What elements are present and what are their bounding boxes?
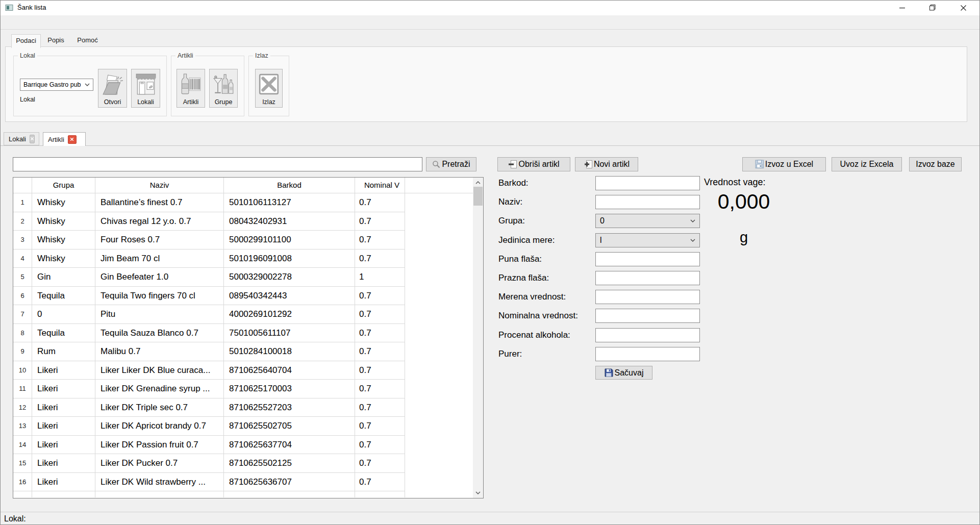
izlaz-button-label: Izlaz <box>262 98 275 106</box>
table-row[interactable]: 11LikeriLiker DK Grenadine syrup ...8710… <box>13 380 483 398</box>
table-header-nominal[interactable]: Nominal V <box>355 178 405 193</box>
cell-barkod: 8710625637704 <box>224 436 355 455</box>
doc-tab-lokali-label: Lokali <box>9 135 26 143</box>
table-row[interactable]: 13LikeriLiker DK Apricot brandy 0.787106… <box>13 417 483 436</box>
form-label: Prazna flaša: <box>498 271 549 285</box>
table-row[interactable]: 5GinGin Beefeater 1.050003290022781 <box>13 268 483 287</box>
table-header-barkod[interactable]: Barkod <box>224 178 355 193</box>
table-row[interactable]: 1WhiskyBallantine’s finest 0.75010106113… <box>13 193 483 212</box>
table-scrollbar[interactable] <box>473 178 483 498</box>
cell-barkod: 5010106113127 <box>224 193 355 212</box>
cell-grupa: Likeri <box>32 436 95 455</box>
form-input[interactable] <box>595 347 700 361</box>
search-button[interactable]: Pretraži <box>426 157 476 171</box>
cell-nominal: 0.7 <box>355 324 405 343</box>
form-input[interactable] <box>595 252 700 266</box>
ribbon-tab-popis[interactable]: Popis <box>42 34 70 46</box>
table-row[interactable]: 3WhiskyFour Roses 0.750002991011000.7 <box>13 231 483 249</box>
artikli-button[interactable]: Artikli <box>177 69 205 108</box>
scroll-down-icon[interactable] <box>473 488 483 497</box>
table-row[interactable]: 14LikeriLiker DK Passion fruit 0.7871062… <box>13 436 483 455</box>
row-number-cell: 6 <box>13 287 32 306</box>
row-number-cell: 11 <box>13 380 32 398</box>
form-input[interactable] <box>595 328 700 342</box>
cell-barkod: 8710625502125 <box>224 454 355 473</box>
form-label: Puna flaša: <box>498 252 542 266</box>
table-row-empty <box>13 491 483 497</box>
scrollbar-thumb[interactable] <box>473 187 483 206</box>
bottle-barcode-icon <box>180 69 202 98</box>
minimize-icon <box>899 5 905 11</box>
save-excel-icon <box>755 160 764 169</box>
izlaz-button[interactable]: Izlaz <box>255 69 283 108</box>
otvori-button[interactable]: Otvori <box>98 69 127 108</box>
search-icon <box>432 160 441 169</box>
close-button[interactable] <box>951 0 975 15</box>
cell-naziv: Malibu 0.7 <box>95 342 224 361</box>
table-row[interactable]: 16LikeriLiker DK Wild strawberry ...8710… <box>13 473 483 492</box>
cell-naziv: Liker DK Pucker 0.7 <box>95 454 224 473</box>
scroll-up-icon[interactable] <box>473 178 483 187</box>
export-database-button[interactable]: Izvoz baze <box>909 157 962 171</box>
table-row[interactable]: 6TequilaTequila Two fingers 70 cl0895403… <box>13 287 483 306</box>
search-input[interactable] <box>13 157 422 171</box>
ribbon-group-lokal: Lokal Barrique Gastro pub Lokal Otvori <box>13 56 167 116</box>
row-number-cell: 4 <box>13 249 32 268</box>
open-folder-icon <box>102 69 123 98</box>
ribbon: Lokal Barrique Gastro pub Lokal Otvori <box>5 46 967 122</box>
cell-grupa: Likeri <box>32 361 95 380</box>
cell-barkod: 8710625170003 <box>224 380 355 398</box>
cell-barkod: 5010196091008 <box>224 249 355 268</box>
form-input[interactable] <box>595 195 700 209</box>
table-header-rownum[interactable] <box>13 178 32 193</box>
minimize-button[interactable] <box>890 0 914 15</box>
cell-naziv: Four Roses 0.7 <box>95 231 224 249</box>
table-row[interactable]: 12LikeriLiker DK Triple sec 0.7871062552… <box>13 398 483 417</box>
table-row[interactable]: 4WhiskyJim Beam 70 cl50101960910080.7 <box>13 249 483 268</box>
doc-tab-artikli-close-icon[interactable] <box>68 135 77 144</box>
form-select-value: l <box>600 236 602 245</box>
table-row[interactable]: 2WhiskyChivas regal 12 y.o. 0.7080432402… <box>13 212 483 231</box>
delete-article-button[interactable]: Obriši artikl <box>497 157 570 171</box>
lokali-button[interactable]: Lokali <box>131 69 160 108</box>
export-excel-button[interactable]: Izvoz u Excel <box>742 157 826 171</box>
form-select[interactable]: l <box>595 233 700 247</box>
form-select[interactable]: 0 <box>595 214 700 228</box>
close-icon <box>961 5 966 11</box>
cell-nominal: 0.7 <box>355 287 405 306</box>
scale-value: 0,000 <box>708 190 780 214</box>
doc-tab-lokali[interactable]: Lokali <box>4 132 39 145</box>
grupe-button[interactable]: Grupe <box>209 69 238 108</box>
row-number-cell: 15 <box>13 454 32 473</box>
new-article-button[interactable]: Novi artikl <box>575 157 638 171</box>
cell-barkod: 8710625636707 <box>224 473 355 492</box>
table-header-naziv[interactable]: Naziv <box>95 178 224 193</box>
lokal-combobox[interactable]: Barrique Gastro pub <box>20 79 93 91</box>
form-input[interactable] <box>595 309 700 323</box>
doc-tab-lokali-close-icon[interactable] <box>30 135 35 143</box>
import-excel-button[interactable]: Uvoz iz Excela <box>832 157 902 171</box>
table-row[interactable]: 15LikeriLiker DK Pucker 0.78710625502125… <box>13 454 483 473</box>
chevron-down-icon <box>690 219 695 222</box>
restore-button[interactable] <box>921 0 944 15</box>
form-input[interactable] <box>595 271 700 285</box>
form-label: Purer: <box>498 347 522 361</box>
ribbon-tab-podaci[interactable]: Podaci <box>11 34 41 48</box>
doc-tab-artikli-label: Artikli <box>48 136 64 143</box>
table-header-grupa[interactable]: Grupa <box>32 178 95 193</box>
form-input[interactable] <box>595 176 700 190</box>
table-row[interactable]: 10LikeriLiker Liker DK Blue curaca...871… <box>13 361 483 380</box>
row-number-cell: 2 <box>13 212 32 231</box>
ribbon-tab-pomoc[interactable]: Pomoć <box>72 34 103 46</box>
cell-nominal: 0.7 <box>355 454 405 473</box>
form-input[interactable] <box>595 290 700 304</box>
doc-tab-artikli[interactable]: Artikli <box>43 132 86 146</box>
table-row[interactable]: 8TequilaTequila Sauza Blanco 0.775010056… <box>13 324 483 343</box>
cell-naziv: Liker DK Passion fruit 0.7 <box>95 436 224 455</box>
lokali-button-label: Lokali <box>137 98 154 106</box>
cell-grupa: Likeri <box>32 398 95 417</box>
save-button[interactable]: Sačuvaj <box>595 366 652 380</box>
scale-label: Vrednost vage: <box>704 177 765 188</box>
table-row[interactable]: 70Pitu40002691012920.7 <box>13 305 483 324</box>
table-row[interactable]: 9RumMalibu 0.750102841000180.7 <box>13 342 483 361</box>
